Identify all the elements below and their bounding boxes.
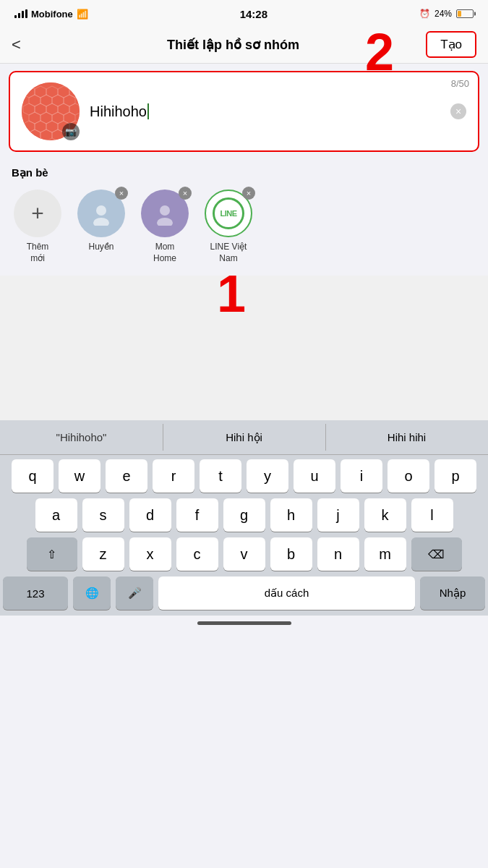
svg-point-30 xyxy=(160,205,170,216)
status-right: ⏰ 24% xyxy=(419,9,474,19)
friends-row: + Thêmmới × Huyền × MomHome xyxy=(0,184,488,276)
carrier-label: Mobifone xyxy=(31,9,73,20)
key-r[interactable]: r xyxy=(153,459,194,493)
alarm-icon: ⏰ xyxy=(419,9,430,19)
key-enter[interactable]: Nhập xyxy=(420,576,485,610)
status-left: Mobifone 📶 xyxy=(14,9,88,20)
key-globe[interactable]: 🌐 xyxy=(73,576,111,610)
char-count: 8/50 xyxy=(451,78,469,89)
key-h[interactable]: h xyxy=(270,498,312,532)
status-time: 14:28 xyxy=(240,8,267,20)
friend-avatar-wrap-momhome: × xyxy=(141,190,189,237)
key-shift[interactable]: ⇧ xyxy=(27,537,77,571)
key-v[interactable]: v xyxy=(223,537,265,571)
key-backspace[interactable]: ⌫ xyxy=(411,537,462,571)
key-w[interactable]: w xyxy=(59,459,100,493)
remove-huyenn-button[interactable]: × xyxy=(115,187,128,200)
key-t[interactable]: t xyxy=(200,459,241,493)
friend-momhome: × MomHome xyxy=(139,190,191,264)
key-c[interactable]: c xyxy=(176,537,218,571)
key-n[interactable]: n xyxy=(317,537,359,571)
person-icon-momhome xyxy=(153,201,177,226)
key-j[interactable]: j xyxy=(317,498,359,532)
suggestion-3[interactable]: Hihi hihi xyxy=(325,420,488,454)
suggestion-1[interactable]: "Hihihoho" xyxy=(0,420,163,454)
friend-huyenn: × Huyền xyxy=(75,190,127,253)
back-button[interactable]: < xyxy=(12,35,40,54)
battery-percent: 24% xyxy=(435,9,452,19)
group-name-text: Hihihoho xyxy=(90,103,147,120)
add-button[interactable]: + xyxy=(14,190,61,237)
camera-icon[interactable]: 📷 xyxy=(62,123,80,140)
key-g[interactable]: g xyxy=(223,498,265,532)
clear-button[interactable]: × xyxy=(450,103,466,119)
friend-linevn: LINE × LINE ViệtNam xyxy=(202,190,254,264)
key-x[interactable]: x xyxy=(129,537,171,571)
key-l[interactable]: l xyxy=(411,498,453,532)
person-icon xyxy=(89,201,114,226)
battery-icon xyxy=(456,9,474,18)
svg-point-31 xyxy=(157,218,173,226)
content-area xyxy=(0,276,488,420)
keyboard-bottom-row: 123 🌐 🎤 dấu cách Nhập xyxy=(3,576,485,610)
text-cursor xyxy=(147,103,149,119)
keyboard-row-3: ⇧ z x c v b n m ⌫ xyxy=(3,537,485,571)
status-bar: Mobifone 📶 14:28 ⏰ 24% xyxy=(0,0,488,26)
wifi-icon: 📶 xyxy=(77,9,88,20)
friend-name-huyenn: Huyền xyxy=(88,242,114,253)
friend-name-linevn: LINE ViệtNam xyxy=(210,242,247,264)
key-m[interactable]: m xyxy=(364,537,406,571)
home-bar xyxy=(197,621,291,625)
keyboard-row-1: q w e r t y u i o p xyxy=(3,459,485,493)
key-e[interactable]: e xyxy=(106,459,147,493)
key-z[interactable]: z xyxy=(82,537,124,571)
friend-avatar-wrap-huyenn: × xyxy=(77,190,125,237)
svg-point-29 xyxy=(93,218,109,226)
friend-name-momhome: MomHome xyxy=(153,242,176,264)
key-space[interactable]: dấu cách xyxy=(158,576,415,610)
keyboard-suggestions: "Hihihoho" Hihi hội Hihi hihi xyxy=(0,420,488,455)
key-s[interactable]: s xyxy=(82,498,124,532)
create-button[interactable]: Tạo xyxy=(426,31,476,58)
svg-point-28 xyxy=(96,205,106,216)
key-123[interactable]: 123 xyxy=(3,576,68,610)
home-indicator xyxy=(0,616,488,630)
nav-bar: < Thiết lập hồ sơ nhóm Tạo xyxy=(0,26,488,64)
key-a[interactable]: a xyxy=(35,498,77,532)
suggestion-2[interactable]: Hihi hội xyxy=(163,420,325,454)
name-input-wrapper: Hihihoho xyxy=(90,103,440,120)
key-d[interactable]: d xyxy=(129,498,171,532)
key-q[interactable]: q xyxy=(12,459,53,493)
key-i[interactable]: i xyxy=(341,459,382,493)
friend-avatar-wrap-linevn: LINE × xyxy=(205,190,252,237)
key-p[interactable]: p xyxy=(435,459,476,493)
key-y[interactable]: y xyxy=(247,459,288,493)
key-f[interactable]: f xyxy=(176,498,218,532)
keyboard: q w e r t y u i o p a s d f g h j k l ⇧ … xyxy=(0,455,488,616)
key-b[interactable]: b xyxy=(270,537,312,571)
line-logo: LINE xyxy=(213,197,244,229)
avatar-wrapper[interactable]: 📷 xyxy=(22,82,80,140)
friends-label: Bạn bè xyxy=(0,159,488,184)
remove-linevn-button[interactable]: × xyxy=(242,187,255,200)
key-k[interactable]: k xyxy=(364,498,406,532)
key-u[interactable]: u xyxy=(294,459,335,493)
key-o[interactable]: o xyxy=(388,459,429,493)
page-title: Thiết lập hồ sơ nhóm xyxy=(167,37,299,53)
signal-bars xyxy=(14,9,27,18)
key-mic[interactable]: 🎤 xyxy=(116,576,153,610)
remove-momhome-button[interactable]: × xyxy=(179,187,192,200)
add-friend-item[interactable]: + Thêmmới xyxy=(12,190,64,264)
profile-section: 8/50 xyxy=(9,71,479,152)
add-label: Thêmmới xyxy=(27,242,49,264)
keyboard-row-2: a s d f g h j k l xyxy=(3,498,485,532)
